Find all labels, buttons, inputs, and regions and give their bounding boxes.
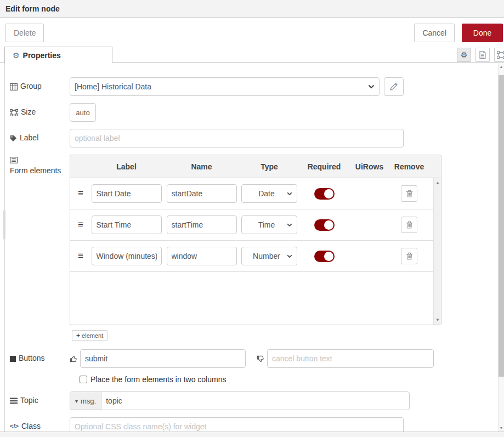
add-element-button[interactable]: + element — [72, 330, 107, 341]
two-columns-label[interactable]: Place the form elements in two columns — [90, 375, 226, 384]
trash-icon — [406, 190, 413, 197]
required-toggle[interactable] — [314, 251, 335, 262]
page-scrollbar: ▲ ▼ — [498, 63, 504, 432]
class-label: </> Class — [10, 422, 70, 432]
square-icon — [10, 356, 16, 362]
tab-properties[interactable]: ⚙ Properties — [4, 47, 112, 63]
submit-button-text-input[interactable] — [80, 349, 246, 368]
column-header-label: Label — [89, 162, 164, 171]
dialog-action-bar: Delete Cancel Done — [0, 18, 504, 47]
topic-label: Topic — [10, 396, 70, 406]
toggle-knob — [324, 189, 333, 198]
element-type-select[interactable]: Time — [241, 215, 297, 234]
tab-properties-label: Properties — [23, 51, 61, 60]
label-input[interactable] — [70, 129, 404, 147]
column-header-uirows: UiRows — [349, 162, 390, 171]
element-type-select[interactable]: Number — [241, 247, 297, 265]
dialog-title-bar: Edit form node — [0, 0, 504, 18]
remove-element-button[interactable] — [401, 185, 417, 202]
column-header-name: Name — [164, 162, 239, 171]
cancel-button-text-input[interactable] — [267, 349, 434, 368]
form-element-row: ≡ Time — [70, 209, 433, 241]
page-scrollbar-thumb[interactable] — [499, 75, 504, 377]
chevron-down-icon — [287, 223, 292, 227]
required-toggle[interactable] — [314, 219, 335, 231]
object-group-icon — [10, 109, 18, 116]
object-group-icon — [497, 51, 504, 59]
element-label-input[interactable] — [92, 247, 162, 265]
form-element-row: ≡ Number — [70, 241, 433, 272]
required-toggle[interactable] — [314, 188, 335, 200]
element-name-input[interactable] — [167, 184, 237, 203]
scroll-up-arrow[interactable]: ▲ — [499, 65, 504, 69]
pencil-icon — [390, 83, 398, 90]
drag-handle-icon[interactable]: ≡ — [72, 251, 89, 262]
form-element-row: ≡ Date — [70, 178, 433, 209]
element-label-input[interactable] — [92, 215, 162, 234]
table-icon — [10, 83, 18, 90]
description-view-button[interactable] — [475, 48, 490, 62]
topic-typed-input: ▾ msg. topic — [70, 391, 410, 410]
size-label: Size — [10, 107, 70, 117]
remove-element-button[interactable] — [401, 248, 417, 264]
tabbar-buttons: ⚙ — [457, 48, 504, 62]
group-select-value: [Home] Historical Data — [75, 82, 368, 91]
chevron-down-icon — [287, 192, 292, 196]
buttons-row: Buttons — [10, 349, 504, 368]
topic-type-button[interactable]: ▾ msg. — [70, 392, 101, 410]
topic-type-label: msg. — [81, 397, 96, 405]
remove-element-button[interactable] — [401, 217, 417, 233]
element-name-input[interactable] — [167, 215, 237, 234]
column-header-required: Required — [299, 162, 349, 171]
topic-value-input[interactable]: topic — [101, 392, 409, 410]
size-button[interactable]: auto — [70, 103, 96, 122]
element-name-input[interactable] — [167, 247, 237, 265]
thumbs-down-icon — [257, 355, 265, 363]
toggle-knob — [324, 220, 333, 230]
appearance-view-button[interactable] — [494, 48, 504, 62]
document-icon — [479, 50, 486, 59]
dialog-title: Edit form node — [5, 4, 60, 13]
table-scrollbar: ▲ ▼ — [433, 178, 441, 325]
element-label-input[interactable] — [92, 184, 162, 203]
tasks-icon — [10, 398, 18, 404]
toggle-knob — [324, 252, 333, 261]
cancel-button[interactable]: Cancel — [414, 24, 455, 42]
topic-row: Topic ▾ msg. topic — [10, 391, 504, 410]
gear-icon: ⚙ — [461, 51, 468, 59]
drag-handle-icon[interactable]: ≡ — [72, 188, 89, 199]
edit-group-button[interactable] — [384, 77, 404, 96]
size-row: Size auto — [10, 103, 504, 122]
done-button[interactable]: Done — [462, 24, 503, 42]
thumbs-up-icon — [70, 355, 78, 363]
drag-handle-icon[interactable]: ≡ — [72, 219, 89, 230]
edit-form-node-dialog: Edit form node Delete Cancel Done ⚙ Prop… — [0, 0, 504, 437]
form-elements-table: Label Name Type Required UiRows Remove ≡ — [70, 155, 441, 325]
scroll-down-arrow[interactable]: ▼ — [434, 317, 441, 322]
two-columns-row: Place the form elements in two columns — [80, 375, 504, 384]
group-select[interactable]: [Home] Historical Data — [70, 77, 380, 96]
scroll-up-arrow[interactable]: ▲ — [434, 180, 441, 185]
chevron-down-icon — [287, 254, 292, 258]
element-type-select[interactable]: Date — [241, 184, 297, 203]
panel-resize-handle[interactable] — [3, 210, 5, 240]
form-elements-label: Form elements — [10, 155, 70, 176]
form-elements-table-header: Label Name Type Required UiRows Remove — [70, 155, 441, 178]
chevron-down-icon — [368, 84, 375, 89]
trash-icon — [406, 221, 413, 229]
properties-view-button[interactable]: ⚙ — [457, 48, 471, 62]
label-label: Label — [10, 133, 70, 143]
code-icon: </> — [10, 423, 19, 430]
group-row: Group [Home] Historical Data — [10, 77, 504, 96]
scroll-down-arrow[interactable]: ▼ — [499, 426, 504, 430]
list-alt-icon — [10, 157, 18, 163]
two-columns-checkbox[interactable] — [80, 376, 87, 383]
buttons-label: Buttons — [10, 354, 70, 364]
column-header-type: Type — [239, 162, 299, 171]
caret-down-icon: ▾ — [75, 398, 78, 404]
column-header-remove: Remove — [390, 162, 428, 171]
panel-left-border — [4, 63, 5, 432]
delete-button[interactable]: Delete — [5, 24, 44, 42]
form-elements-row: Form elements Label Name Type Required U… — [10, 155, 504, 341]
label-row: Label — [10, 129, 504, 147]
